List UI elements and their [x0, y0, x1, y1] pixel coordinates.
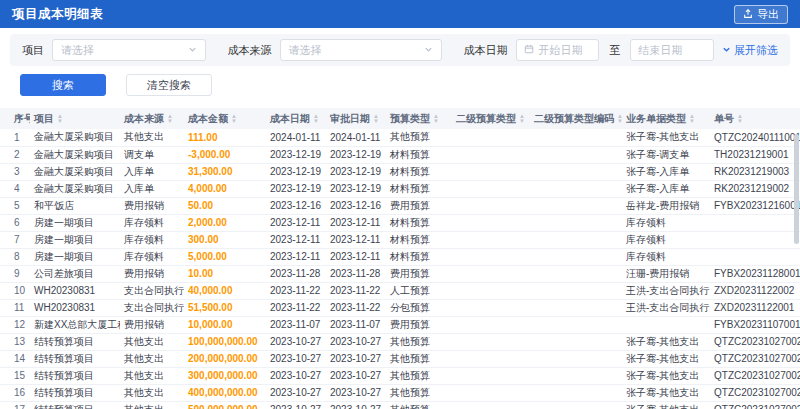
table-cell: 2023-12-16: [326, 197, 386, 214]
table-row[interactable]: 6房建一期项目库存领料2,000.002023-12-112023-12-11材…: [0, 214, 800, 231]
table-cell: WH20230831: [30, 282, 120, 299]
table-cell: 300.00: [184, 231, 266, 248]
column-header-label: 成本来源: [124, 113, 164, 124]
table-row[interactable]: 15结转预算项目其他支出300,000,000.002023-10-272023…: [0, 367, 800, 384]
table-cell: 金融大厦采购项目: [30, 163, 120, 180]
table-cell: [452, 350, 530, 367]
table-row[interactable]: 3金融大厦采购项目入库单31,300.002023-12-192023-12-1…: [0, 163, 800, 180]
table-row[interactable]: 11WH20230831支出合同执行51,500.002023-11-22202…: [0, 299, 800, 316]
table-cell: QTZC20231027002: [710, 367, 800, 384]
table-row[interactable]: 10WH20230831支出合同执行40,000.002023-11-22202…: [0, 282, 800, 299]
table-cell: 2023-12-19: [326, 146, 386, 163]
column-header-label: 审批日期: [330, 113, 370, 124]
sort-icon[interactable]: ▲▼: [617, 114, 622, 123]
column-header-10[interactable]: 单号▲▼: [710, 108, 800, 129]
sort-icon[interactable]: ▲▼: [313, 114, 319, 123]
column-header-8[interactable]: 二级预算类型编码▲▼: [530, 108, 622, 129]
column-header-3[interactable]: 成本金额▲▼: [184, 108, 266, 129]
table-cell: 费用预算: [386, 197, 452, 214]
table-cell: [530, 350, 622, 367]
column-header-2[interactable]: 成本来源▲▼: [120, 108, 184, 129]
table-cell: 300,000,000.00: [184, 367, 266, 384]
table-cell: [530, 231, 622, 248]
column-header-9[interactable]: 业务单据类型▲▼: [622, 108, 710, 129]
search-button[interactable]: 搜索: [20, 74, 106, 96]
sort-icon[interactable]: ▲▼: [433, 114, 439, 123]
table-row[interactable]: 13结转预算项目其他支出100,000,000.002023-10-272023…: [0, 333, 800, 350]
table-cell: 金融大厦采购项目: [30, 180, 120, 197]
table-cell: 2023-12-11: [326, 248, 386, 265]
sort-icon[interactable]: ▲▼: [373, 114, 379, 123]
cost-source-select[interactable]: 请选择: [280, 39, 442, 61]
expand-filters-link[interactable]: 展开筛选: [722, 43, 778, 58]
column-header-1[interactable]: 项目▲▼: [30, 108, 120, 129]
table-cell: [452, 299, 530, 316]
column-header-6[interactable]: 预算类型▲▼: [386, 108, 452, 129]
table-row[interactable]: 2金融大厦采购项目调支单-3,000.002023-12-192023-12-1…: [0, 146, 800, 163]
table-cell: 2023-10-27: [266, 401, 326, 409]
table-row[interactable]: 9公司差旅项目费用报销10.002023-11-282023-11-28费用预算…: [0, 265, 800, 282]
table-cell: [452, 282, 530, 299]
table-cell: [452, 384, 530, 401]
table-cell: [452, 401, 530, 409]
column-header-7[interactable]: 二级预算类型▲▼: [452, 108, 530, 129]
table-cell: 库存领料: [622, 248, 710, 265]
column-header-4[interactable]: 成本日期▲▼: [266, 108, 326, 129]
table-row[interactable]: 5和平饭店费用报销50.002023-12-162023-12-16费用预算岳祥…: [0, 197, 800, 214]
table-cell: 材料预算: [386, 214, 452, 231]
table-cell: 100,000,000.00: [184, 333, 266, 350]
table-cell: 2023-12-11: [326, 214, 386, 231]
end-date-input[interactable]: 结束日期: [630, 39, 714, 61]
table-row[interactable]: 1金融大厦采购项目其他支出111.002024-01-112024-01-11其…: [0, 129, 800, 146]
table-cell: 费用报销: [120, 265, 184, 282]
table-cell: 人工预算: [386, 282, 452, 299]
table-cell: ZXD20231122001: [710, 299, 800, 316]
table-cell: 2023-11-28: [326, 265, 386, 282]
sort-icon[interactable]: ▲▼: [167, 114, 173, 123]
table-cell: 汪珊-费用报销: [622, 265, 710, 282]
table-cell: [530, 316, 622, 333]
table-cell: 张子骞-其他支出: [622, 350, 710, 367]
table-row[interactable]: 17结转预算项目其他支出500,000,000.002023-10-272023…: [0, 401, 800, 409]
table-cell: 其他支出: [120, 129, 184, 146]
export-button[interactable]: 导出: [734, 5, 788, 24]
table-row[interactable]: 12新建XX总部大厦工程二期费用报销10,000.002023-11-07202…: [0, 316, 800, 333]
calendar-icon: [524, 44, 534, 56]
table-cell: [452, 231, 530, 248]
table-cell: 2023-10-27: [326, 401, 386, 409]
table-cell: 2023-10-27: [326, 367, 386, 384]
table-cell: 40,000.00: [184, 282, 266, 299]
table-cell: [530, 265, 622, 282]
table-cell: 9: [0, 265, 30, 282]
action-buttons-row: 搜索 清空搜索: [10, 74, 790, 96]
sort-icon[interactable]: ▲▼: [689, 114, 695, 123]
table-cell: 2,000.00: [184, 214, 266, 231]
table-cell: 8: [0, 248, 30, 265]
table-cell: 2023-10-27: [326, 384, 386, 401]
table-cell: 17: [0, 401, 30, 409]
table-row[interactable]: 14结转预算项目其他支出200,000,000.002023-10-272023…: [0, 350, 800, 367]
table-row[interactable]: 7房建一期项目库存领料300.002023-12-112023-12-11材料预…: [0, 231, 800, 248]
start-date-input[interactable]: 开始日期: [516, 39, 600, 61]
table-cell: 2023-12-11: [266, 248, 326, 265]
clear-search-button[interactable]: 清空搜索: [126, 74, 212, 96]
table-cell: 2023-12-19: [266, 163, 326, 180]
table-row[interactable]: 4金融大厦采购项目入库单4,000.002023-12-192023-12-19…: [0, 180, 800, 197]
sort-icon[interactable]: ▲▼: [519, 114, 525, 123]
table-cell: [452, 367, 530, 384]
table-row[interactable]: 16结转预算项目其他支出400,000,000.002023-10-272023…: [0, 384, 800, 401]
vertical-scrollbar[interactable]: [794, 134, 799, 244]
column-header-5[interactable]: 审批日期▲▼: [326, 108, 386, 129]
table-cell: 14: [0, 350, 30, 367]
table-cell: 结转预算项目: [30, 401, 120, 409]
table-cell: 2023-12-19: [266, 146, 326, 163]
table-cell: 13: [0, 333, 30, 350]
project-select[interactable]: 请选择: [52, 39, 206, 61]
table-cell: 10: [0, 282, 30, 299]
sort-icon[interactable]: ▲▼: [57, 114, 63, 123]
table-row[interactable]: 8房建一期项目库存领料5,000.002023-12-112023-12-11材…: [0, 248, 800, 265]
table-cell: 张子骞-其他支出: [622, 401, 710, 409]
table-cell: QTZC20231027002: [710, 384, 800, 401]
sort-icon[interactable]: ▲▼: [231, 114, 237, 123]
sort-icon[interactable]: ▲▼: [737, 114, 743, 123]
